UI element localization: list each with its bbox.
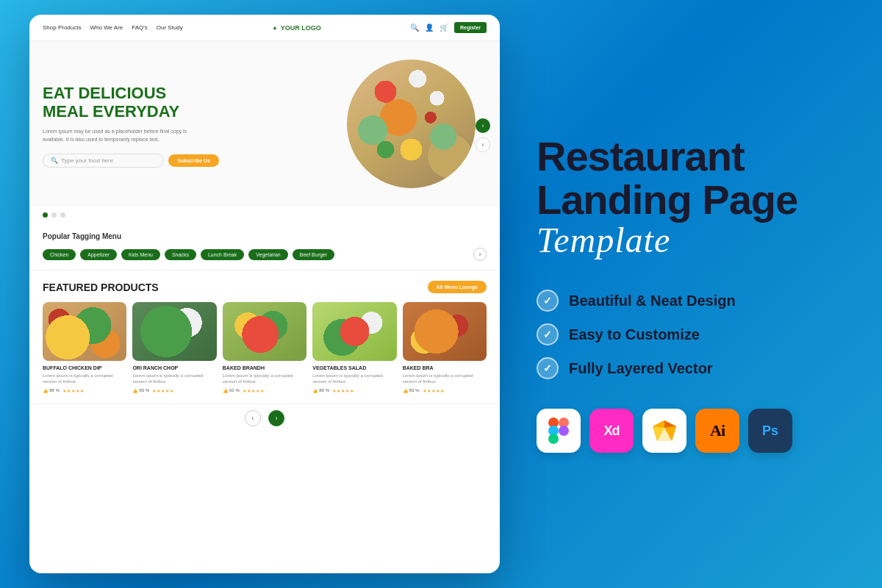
- product-stars-3: ★★★★★: [243, 388, 264, 393]
- product-desc-3: Lorem ipsum is typically a corrupted ver…: [223, 373, 306, 385]
- product-meta-5: 👍83% ★★★★★: [403, 388, 487, 393]
- featured-section: FEATURED PRODUCTS All Menu Lounge BUFFAL…: [29, 270, 500, 404]
- food-bowl-content: [347, 60, 476, 188]
- bottom-pagination: ‹ ›: [29, 404, 500, 432]
- product-meta-1: 👍98% ★★★★★: [43, 388, 126, 393]
- product-meta-3: 👍92% ★★★★★: [223, 388, 306, 393]
- product-desc-2: Lorem ipsum is typically a corrupted ver…: [132, 373, 216, 385]
- product-card-3: BAKED BRANDH Lorem ipsum is typically a …: [223, 302, 306, 393]
- tag-appetizer[interactable]: Appetizer: [80, 249, 117, 260]
- title-block: Restaurant Landing Page Template: [537, 135, 838, 260]
- svg-rect-2: [559, 426, 569, 436]
- search-icon[interactable]: 🔍: [410, 24, 419, 32]
- nav-links: Shop Products Who We Are FAQ's Our Study: [43, 24, 183, 31]
- search-input-box[interactable]: 🔍 Type your food here: [43, 154, 164, 168]
- product-card-1: BUFFALO CHICKEN DIP Lorem ipsum is typic…: [43, 302, 126, 393]
- product-name-3: BAKED BRANDH: [223, 365, 306, 370]
- product-card-2: ORI RANCH CHOP Lorem ipsum is typically …: [132, 302, 216, 393]
- main-container: Shop Products Who We Are FAQ's Our Study…: [0, 0, 882, 588]
- feature-item-1: Beautiful & Neat Design: [537, 290, 838, 312]
- nav-link-shop[interactable]: Shop Products: [43, 24, 81, 31]
- title-line2: Landing Page: [537, 179, 838, 222]
- tags-row: Chicken Appetizer Kids Menu Snacks Lunch…: [43, 248, 487, 261]
- checkmark-icon-2: [537, 323, 559, 345]
- featured-title: FEATURED PRODUCTS: [43, 282, 159, 293]
- product-desc-1: Lorem ipsum is typically a corrupted ver…: [43, 373, 126, 385]
- product-desc-4: Lorem ipsum is typically a corrupted ver…: [312, 373, 396, 385]
- feature-label-1: Beautiful & Neat Design: [569, 293, 736, 309]
- all-menu-button[interactable]: All Menu Lounge: [428, 281, 487, 293]
- tag-kids-menu[interactable]: Kids Menu: [121, 249, 160, 260]
- nav-bar: Shop Products Who We Are FAQ's Our Study…: [29, 15, 500, 41]
- nav-link-faq[interactable]: FAQ's: [132, 24, 148, 31]
- product-name-1: BUFFALO CHICKEN DIP: [43, 365, 126, 370]
- product-image-2: [132, 302, 216, 361]
- product-like-1: 👍98%: [43, 388, 60, 393]
- product-like-4: 👍88%: [312, 388, 329, 393]
- adobe-photoshop-icon[interactable]: Ps: [748, 409, 792, 453]
- adobe-xd-icon[interactable]: Xd: [589, 409, 634, 453]
- product-image-5: [403, 302, 487, 361]
- nav-actions: 🔍 👤 🛒 Register: [410, 22, 487, 33]
- prev-page-arrow[interactable]: ‹: [245, 410, 261, 426]
- hero-description: Lorem ipsum may be used as a placeholder…: [43, 128, 190, 143]
- nav-link-who[interactable]: Who We Are: [90, 24, 123, 31]
- products-grid: BUFFALO CHICKEN DIP Lorem ipsum is typic…: [43, 302, 487, 393]
- dot-3[interactable]: [60, 212, 65, 218]
- search-placeholder-text: Type your food here: [61, 157, 113, 164]
- hero-search-bar: 🔍 Type your food here Subscribe Us: [43, 154, 219, 168]
- next-page-arrow[interactable]: ›: [268, 410, 284, 426]
- cart-icon[interactable]: 🛒: [440, 24, 448, 32]
- ps-label: Ps: [762, 423, 778, 439]
- title-script: Template: [537, 221, 838, 260]
- dot-2[interactable]: [51, 212, 57, 218]
- feature-label-2: Easy to Customize: [569, 326, 700, 343]
- carousel-prev-arrow[interactable]: ‹: [476, 137, 490, 152]
- featured-header: FEATURED PRODUCTS All Menu Lounge: [43, 281, 487, 293]
- tag-vegetarian[interactable]: Vegetarian: [248, 249, 287, 260]
- product-card-4: VEGETABLES SALAD Lorem ipsum is typicall…: [312, 302, 396, 393]
- product-stars-5: ★★★★★: [423, 388, 444, 393]
- hero-food-image: › ‹: [340, 56, 487, 196]
- product-name-5: BAKED BRA: [403, 365, 487, 370]
- nav-logo: YOUR LOGO: [272, 24, 321, 32]
- product-like-3: 👍92%: [223, 388, 240, 393]
- tag-beef-burger[interactable]: Beef Burger: [293, 249, 334, 260]
- tag-lunch-break[interactable]: Lunch Break: [201, 249, 244, 260]
- food-bowl-visual: [347, 60, 476, 188]
- nav-link-study[interactable]: Our Study: [157, 24, 183, 31]
- dot-1[interactable]: [43, 212, 48, 218]
- product-stars-4: ★★★★★: [332, 388, 354, 393]
- sketch-icon[interactable]: [642, 409, 686, 453]
- product-like-5: 👍83%: [403, 388, 420, 393]
- xd-label: Xd: [603, 423, 619, 439]
- title-line1: Restaurant: [537, 135, 838, 179]
- feature-label-3: Fully Layered Vector: [569, 360, 713, 377]
- register-button[interactable]: Register: [454, 22, 487, 33]
- right-panel: Restaurant Landing Page Template Beautif…: [500, 121, 853, 467]
- product-meta-4: 👍88% ★★★★★: [312, 388, 396, 393]
- product-stars-2: ★★★★★: [152, 388, 173, 393]
- carousel-next-arrow[interactable]: ›: [476, 118, 490, 133]
- tag-snacks[interactable]: Snacks: [165, 249, 196, 260]
- product-image-4: [312, 302, 396, 361]
- checkmark-icon-1: [537, 290, 559, 312]
- feature-item-3: Fully Layered Vector: [537, 357, 838, 379]
- user-icon[interactable]: 👤: [425, 24, 434, 32]
- tags-scroll-arrow[interactable]: ›: [473, 248, 487, 261]
- subscribe-button[interactable]: Subscribe Us: [168, 154, 219, 167]
- product-image-1: [43, 302, 126, 361]
- tags-title: Popular Tagging Menu: [43, 232, 487, 240]
- product-stars-1: ★★★★★: [62, 388, 84, 393]
- product-image-3: [223, 302, 306, 361]
- tags-section: Popular Tagging Menu Chicken Appetizer K…: [29, 223, 500, 270]
- svg-rect-4: [548, 434, 559, 444]
- tag-chicken[interactable]: Chicken: [43, 249, 76, 260]
- app-icons-row: Xd Ai Ps: [537, 409, 838, 453]
- hero-content: EAT DELICIOUSMEAL EVERYDAY Lorem ipsum m…: [43, 84, 219, 168]
- ai-label: Ai: [710, 421, 725, 440]
- mockup-panel: Shop Products Who We Are FAQ's Our Study…: [29, 15, 500, 573]
- adobe-illustrator-icon[interactable]: Ai: [695, 409, 739, 453]
- feature-list: Beautiful & Neat Design Easy to Customiz…: [537, 290, 838, 379]
- figma-icon[interactable]: [537, 409, 581, 453]
